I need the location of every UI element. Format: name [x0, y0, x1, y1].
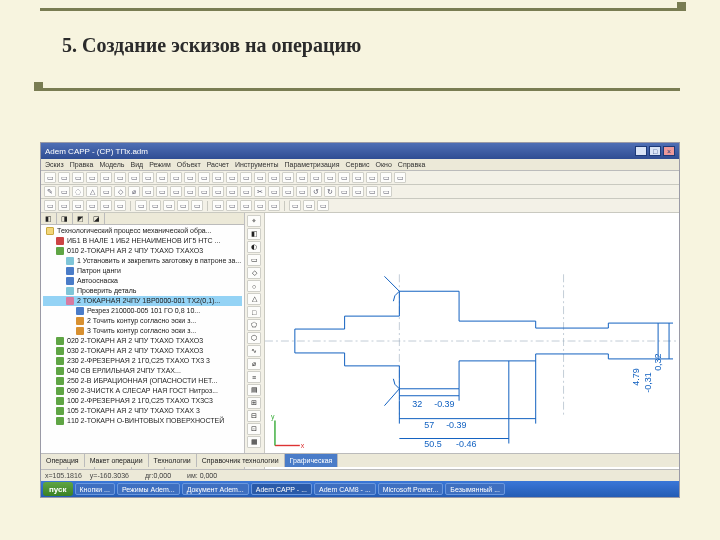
- tb1-btn-11[interactable]: ▭: [198, 172, 210, 183]
- palette-tool-6[interactable]: △: [247, 293, 261, 305]
- tb3-btn-2[interactable]: ▭: [72, 200, 84, 211]
- tb1-btn-16[interactable]: ▭: [268, 172, 280, 183]
- tb1-btn-12[interactable]: ▭: [212, 172, 224, 183]
- taskbar-item-3[interactable]: Adem CAPP - ...: [251, 483, 312, 495]
- tb2-btn-19[interactable]: ↺: [310, 186, 322, 197]
- tb3-btn-16[interactable]: ▭: [254, 200, 266, 211]
- palette-tool-12[interactable]: ≡: [247, 371, 261, 383]
- tb2-btn-7[interactable]: ▭: [142, 186, 154, 197]
- palette-tool-14[interactable]: ⊞: [247, 397, 261, 409]
- tb1-btn-8[interactable]: ▭: [156, 172, 168, 183]
- tb3-btn-7[interactable]: ▭: [135, 200, 147, 211]
- tb1-btn-20[interactable]: ▭: [324, 172, 336, 183]
- tb2-btn-5[interactable]: ◇: [114, 186, 126, 197]
- tb3-btn-19[interactable]: ▭: [289, 200, 301, 211]
- menu-Расчет[interactable]: Расчет: [207, 161, 229, 168]
- tb2-btn-16[interactable]: ▭: [268, 186, 280, 197]
- tb2-btn-4[interactable]: ▭: [100, 186, 112, 197]
- tb1-btn-24[interactable]: ▭: [380, 172, 392, 183]
- tree-row[interactable]: Технологический процесс механической обр…: [43, 226, 242, 236]
- tree-row[interactable]: 090 2-3ЧИСТК А СЛЕСАР НАЯ ГОСТ Нитроз...: [43, 386, 242, 396]
- tree-row[interactable]: 020 2-ТОКАРН АЯ 2 ЧПУ ТХАХО ТХАХО3: [43, 336, 242, 346]
- tb1-btn-4[interactable]: ▭: [100, 172, 112, 183]
- tb1-btn-21[interactable]: ▭: [338, 172, 350, 183]
- tb2-btn-13[interactable]: ▭: [226, 186, 238, 197]
- view-tab-1[interactable]: Макет операции: [85, 454, 149, 467]
- tb1-btn-18[interactable]: ▭: [296, 172, 308, 183]
- tree-row[interactable]: 105 2-ТОКАРН АЯ 2 ЧПУ ТХАХО ТХАХ 3: [43, 406, 242, 416]
- tree-row[interactable]: 3 Точить контур согласно эски з...: [43, 326, 242, 336]
- tb1-btn-7[interactable]: ▭: [142, 172, 154, 183]
- tb1-btn-23[interactable]: ▭: [366, 172, 378, 183]
- tb1-btn-5[interactable]: ▭: [114, 172, 126, 183]
- taskbar-item-5[interactable]: Microsoft Power...: [378, 483, 444, 495]
- tb1-btn-19[interactable]: ▭: [310, 172, 322, 183]
- view-tab-4[interactable]: Графическая: [285, 454, 339, 467]
- tb1-btn-25[interactable]: ▭: [394, 172, 406, 183]
- tb3-btn-13[interactable]: ▭: [212, 200, 224, 211]
- tree-row[interactable]: 230 2-ФРЕЗЕРНАЯ 2 1Г0,С25 ТХАХО ТХ3 3: [43, 356, 242, 366]
- palette-tool-1[interactable]: ◧: [247, 228, 261, 240]
- tb2-btn-3[interactable]: △: [86, 186, 98, 197]
- tree-row[interactable]: 040 СВ ЕРЛИЛЬНАЯ 2ЧПУ ТХАХ...: [43, 366, 242, 376]
- palette-tool-11[interactable]: ⌀: [247, 358, 261, 370]
- tb1-btn-17[interactable]: ▭: [282, 172, 294, 183]
- palette-tool-9[interactable]: ⬡: [247, 332, 261, 344]
- menu-Сервис[interactable]: Сервис: [346, 161, 370, 168]
- menu-Окно[interactable]: Окно: [376, 161, 392, 168]
- taskbar-item-6[interactable]: Безымянный ...: [445, 483, 505, 495]
- tb2-btn-20[interactable]: ↻: [324, 186, 336, 197]
- tree-row[interactable]: Проверить деталь: [43, 286, 242, 296]
- process-tree[interactable]: Технологический процесс механической обр…: [41, 225, 244, 455]
- tb2-btn-11[interactable]: ▭: [198, 186, 210, 197]
- taskbar-item-4[interactable]: Adem CAM8 - ...: [314, 483, 376, 495]
- tb3-btn-5[interactable]: ▭: [114, 200, 126, 211]
- tree-row[interactable]: 2 Точить контур согласно эски з...: [43, 316, 242, 326]
- tb1-btn-9[interactable]: ▭: [170, 172, 182, 183]
- tb2-btn-15[interactable]: ✂: [254, 186, 266, 197]
- minimize-button[interactable]: _: [635, 146, 647, 156]
- tb3-btn-15[interactable]: ▭: [240, 200, 252, 211]
- tb2-btn-14[interactable]: ▭: [240, 186, 252, 197]
- tree-row[interactable]: 2 ТОКАРНАЯ 2ЧПУ 1ВР0000-001 ТХ2(0,1)...: [43, 296, 242, 306]
- tb1-btn-14[interactable]: ▭: [240, 172, 252, 183]
- maximize-button[interactable]: □: [649, 146, 661, 156]
- titlebar[interactable]: Adem CAPP - (СР) ТПх.adm _ □ ×: [41, 143, 679, 159]
- tb1-btn-13[interactable]: ▭: [226, 172, 238, 183]
- tb2-btn-12[interactable]: ▭: [212, 186, 224, 197]
- tb2-btn-0[interactable]: ✎: [44, 186, 56, 197]
- tree-row[interactable]: 010 2-ТОКАРН АЯ 2 ЧПУ ТХАХО ТХАХО3: [43, 246, 242, 256]
- tb2-btn-9[interactable]: ▭: [170, 186, 182, 197]
- tb3-btn-9[interactable]: ▭: [163, 200, 175, 211]
- tree-row[interactable]: 110 2-ТОКАРН О-ВИНТОВЫХ ПОВЕРХНОСТЕЙ: [43, 416, 242, 426]
- tree-row[interactable]: 030 2-ТОКАРН АЯ 2 ЧПУ ТХАХО ТХАХО3: [43, 346, 242, 356]
- tree-row[interactable]: Автооснаска: [43, 276, 242, 286]
- tb2-btn-21[interactable]: ▭: [338, 186, 350, 197]
- tb1-btn-22[interactable]: ▭: [352, 172, 364, 183]
- tb1-btn-1[interactable]: ▭: [58, 172, 70, 183]
- menu-Правка[interactable]: Правка: [70, 161, 94, 168]
- tb2-btn-22[interactable]: ▭: [352, 186, 364, 197]
- tb2-btn-18[interactable]: ▭: [296, 186, 308, 197]
- close-button[interactable]: ×: [663, 146, 675, 156]
- tree-row[interactable]: Патрон цанги: [43, 266, 242, 276]
- tb3-btn-8[interactable]: ▭: [149, 200, 161, 211]
- tb2-btn-2[interactable]: ◌: [72, 186, 84, 197]
- tb1-btn-2[interactable]: ▭: [72, 172, 84, 183]
- palette-tool-0[interactable]: ⌖: [247, 215, 261, 227]
- tree-row[interactable]: 250 2-В ИБРАЦИОННАЯ (ОПАСНОСТИ НЕТ...: [43, 376, 242, 386]
- tree-tab-1[interactable]: ◨: [57, 213, 73, 224]
- palette-tool-8[interactable]: ⬠: [247, 319, 261, 331]
- tb3-btn-17[interactable]: ▭: [268, 200, 280, 211]
- tb2-btn-8[interactable]: ▭: [156, 186, 168, 197]
- palette-tool-3[interactable]: ▭: [247, 254, 261, 266]
- menu-Вид[interactable]: Вид: [131, 161, 144, 168]
- tb3-btn-3[interactable]: ▭: [86, 200, 98, 211]
- view-tab-3[interactable]: Справочник технологии: [197, 454, 285, 467]
- palette-tool-5[interactable]: ○: [247, 280, 261, 292]
- tree-tab-0[interactable]: ◧: [41, 213, 57, 224]
- palette-tool-2[interactable]: ◐: [247, 241, 261, 253]
- tb1-btn-6[interactable]: ▭: [128, 172, 140, 183]
- menu-Объект[interactable]: Объект: [177, 161, 201, 168]
- menu-Параметризация[interactable]: Параметризация: [285, 161, 340, 168]
